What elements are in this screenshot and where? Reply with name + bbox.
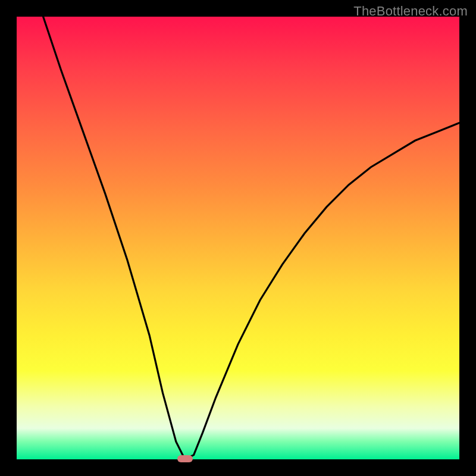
minimum-marker bbox=[177, 455, 193, 462]
bottleneck-curve-path bbox=[43, 17, 459, 459]
chart-frame: TheBottleneck.com bbox=[0, 0, 476, 476]
curve-layer bbox=[17, 17, 459, 459]
watermark-text: TheBottleneck.com bbox=[353, 4, 468, 19]
